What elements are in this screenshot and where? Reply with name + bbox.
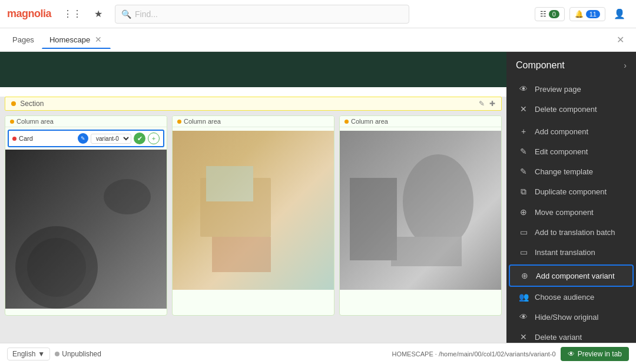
language-selector[interactable]: English ▼ bbox=[7, 348, 50, 360]
svg-rect-4 bbox=[206, 166, 253, 201]
tasks-count: 0 bbox=[549, 10, 559, 18]
grid-icon-button[interactable]: ⋮⋮ bbox=[63, 5, 82, 24]
panel-item-edit-component[interactable]: ✎ Edit component bbox=[509, 141, 634, 161]
panel-item-duplicate-component[interactable]: ⧉ Duplicate component bbox=[509, 181, 634, 202]
panel-item-hide-show-original[interactable]: 👁 Hide/Show original bbox=[509, 307, 634, 327]
add-translation-batch-label: Add to translation batch bbox=[535, 228, 615, 237]
col-dot-2 bbox=[177, 120, 181, 124]
panel-item-preview-page[interactable]: 👁 Preview page bbox=[509, 79, 634, 99]
add-translation-batch-icon: ▭ bbox=[518, 227, 529, 237]
language-label: English bbox=[12, 350, 35, 358]
hide-show-original-icon: 👁 bbox=[518, 312, 529, 322]
preview-page-label: Preview page bbox=[535, 85, 581, 94]
edit-component-icon: ✎ bbox=[518, 147, 529, 156]
right-panel: Component › 👁 Preview page ✕ Delete comp… bbox=[506, 52, 636, 343]
panel-item-delete-variant[interactable]: ✕ Delete variant bbox=[509, 327, 634, 347]
tasks-icon: ☷ bbox=[540, 10, 546, 18]
panel-item-choose-audience[interactable]: 👥 Choose audience bbox=[509, 287, 634, 307]
move-component-icon: ⊕ bbox=[518, 207, 529, 217]
tab-pages-label: Pages bbox=[12, 35, 34, 44]
section-icons: ✎ ✚ bbox=[479, 100, 495, 108]
svg-rect-5 bbox=[212, 237, 271, 272]
unpublished-label: Unpublished bbox=[62, 350, 101, 358]
tab-homescape-label: Homescape bbox=[49, 35, 90, 44]
col-dot-1 bbox=[10, 120, 14, 124]
notifications-button[interactable]: 🔔 11 bbox=[569, 7, 605, 21]
delete-component-icon: ✕ bbox=[518, 104, 529, 114]
close-panel-button[interactable]: ✕ bbox=[610, 31, 631, 49]
col-label-3: Column area bbox=[351, 118, 388, 125]
panel-item-add-translation-batch[interactable]: ▭ Add to translation batch bbox=[509, 222, 634, 242]
column-1: Column area Card ✎ variant-0 ✔ + bbox=[5, 115, 167, 316]
panel-item-move-component[interactable]: ⊕ Move component bbox=[509, 202, 634, 222]
col-image-3 bbox=[340, 131, 501, 290]
bell-icon: 🔔 bbox=[575, 10, 584, 18]
main-layout: Section ✎ ✚ Column area Card ✎ vari bbox=[0, 52, 636, 343]
add-component-panel-icon: + bbox=[518, 127, 529, 136]
edit-component-label: Edit component bbox=[535, 147, 588, 156]
search-icon: 🔍 bbox=[121, 9, 131, 19]
card-label: Card bbox=[19, 135, 75, 142]
panel-item-delete-component[interactable]: ✕ Delete component bbox=[509, 99, 634, 119]
move-component-label: Move component bbox=[535, 208, 594, 217]
svg-point-2 bbox=[104, 179, 151, 214]
language-dropdown-icon: ▼ bbox=[38, 350, 45, 358]
tab-pages[interactable]: Pages bbox=[5, 31, 42, 48]
section-bar: Section ✎ ✚ bbox=[5, 97, 502, 111]
status-path: HOMESCAPE · /home/main/00/col1/02/varian… bbox=[392, 350, 555, 358]
panel-header: Component › bbox=[506, 52, 636, 79]
add-component-icon[interactable]: + bbox=[148, 133, 160, 144]
preview-icon: 👁 bbox=[568, 350, 575, 358]
tab-homescape[interactable]: Homescape ✕ bbox=[42, 31, 111, 49]
card-edit-button[interactable]: ✎ bbox=[78, 133, 88, 144]
preview-page-icon: 👁 bbox=[518, 84, 529, 94]
column-2: Column area bbox=[172, 115, 334, 316]
change-template-label: Change template bbox=[535, 167, 593, 176]
tasks-button[interactable]: ☷ 0 bbox=[535, 7, 565, 21]
delete-component-label: Delete component bbox=[535, 105, 597, 114]
col-label-2: Column area bbox=[184, 118, 221, 125]
logo: magnolia bbox=[7, 8, 51, 20]
change-template-icon: ✎ bbox=[518, 167, 529, 176]
col-dot-3 bbox=[344, 120, 349, 124]
section-dot bbox=[11, 101, 16, 106]
panel-item-instant-translation[interactable]: ▭ Instant translation bbox=[509, 242, 634, 262]
tabs-bar: Pages Homescape ✕ ✕ bbox=[0, 28, 636, 52]
variant-select[interactable]: variant-0 bbox=[91, 134, 131, 144]
svg-point-1 bbox=[27, 238, 86, 297]
col-header-2: Column area bbox=[173, 116, 334, 127]
add-variant-icon[interactable]: ✔ bbox=[134, 133, 145, 144]
add-component-variant-label: Add component variant bbox=[536, 272, 615, 280]
notifications-count: 11 bbox=[586, 10, 600, 18]
choose-audience-icon: 👥 bbox=[518, 292, 529, 302]
panel-title: Component bbox=[516, 60, 565, 71]
panel-item-add-component-variant[interactable]: ⊕ Add component variant bbox=[509, 264, 634, 287]
favorites-icon-button[interactable]: ★ bbox=[89, 5, 108, 24]
user-icon-button[interactable]: 👤 bbox=[610, 5, 629, 24]
panel-chevron-icon[interactable]: › bbox=[624, 61, 627, 70]
col-header-3: Column area bbox=[340, 116, 501, 127]
duplicate-component-label: Duplicate component bbox=[535, 187, 607, 196]
add-section-icon[interactable]: ✚ bbox=[489, 100, 495, 108]
panel-item-change-template[interactable]: ✎ Change template bbox=[509, 161, 634, 181]
svg-rect-7 bbox=[391, 237, 462, 266]
unpublished-dot bbox=[55, 352, 59, 356]
card-dot bbox=[12, 137, 16, 141]
edit-section-icon[interactable]: ✎ bbox=[479, 100, 485, 108]
col-image-1 bbox=[5, 150, 167, 309]
nav-right: ☷ 0 🔔 11 👤 bbox=[535, 5, 629, 24]
preview-btn-label: Preview in tab bbox=[578, 350, 622, 358]
column-3: Column area bbox=[339, 115, 502, 316]
panel-item-add-component[interactable]: + Add component bbox=[509, 121, 634, 141]
page-dark-header bbox=[0, 52, 506, 87]
search-bar[interactable]: 🔍 Find... bbox=[115, 5, 409, 24]
tab-homescape-close[interactable]: ✕ bbox=[94, 35, 103, 44]
svg-point-6 bbox=[403, 154, 473, 249]
svg-rect-8 bbox=[350, 178, 397, 260]
delete-variant-icon: ✕ bbox=[518, 332, 529, 342]
publish-status: Unpublished bbox=[55, 350, 101, 358]
add-component-label: Add component bbox=[535, 127, 588, 136]
duplicate-component-icon: ⧉ bbox=[518, 187, 529, 197]
preview-in-tab-button[interactable]: 👁 Preview in tab bbox=[561, 347, 629, 361]
delete-variant-label: Delete variant bbox=[535, 333, 582, 342]
